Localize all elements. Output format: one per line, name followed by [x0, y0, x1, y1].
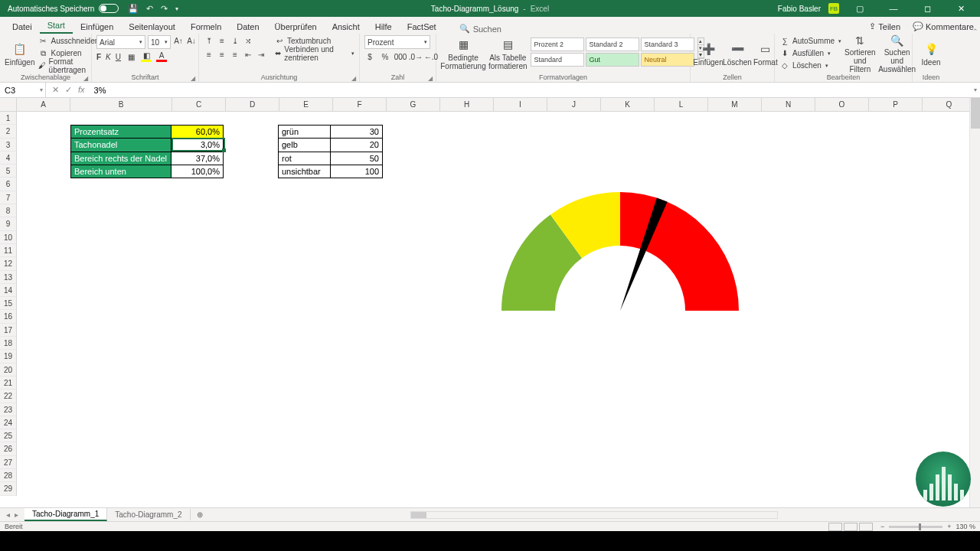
- row-head-15[interactable]: 15: [0, 297, 17, 310]
- format-as-table-button[interactable]: ▤Als Tabelle formatieren: [488, 35, 528, 72]
- cell-f3[interactable]: 20: [331, 139, 383, 152]
- delete-cells-button[interactable]: ➖Löschen: [724, 35, 750, 72]
- vertical-scrollbar[interactable]: [969, 98, 980, 507]
- maximize-icon[interactable]: ◻: [914, 4, 940, 14]
- paste-button[interactable]: 📋Einfügen: [5, 35, 34, 72]
- style-neutral[interactable]: Neutral: [641, 53, 694, 67]
- indent-left-icon[interactable]: ⇤: [243, 50, 253, 60]
- border-button[interactable]: ▦: [126, 51, 136, 62]
- zoom-level[interactable]: 130 %: [956, 523, 975, 530]
- currency-icon[interactable]: $: [364, 51, 375, 62]
- close-icon[interactable]: ✕: [948, 4, 974, 14]
- font-dialog-icon[interactable]: ◢: [191, 75, 195, 82]
- clipboard-dialog-icon[interactable]: ◢: [83, 75, 88, 82]
- cell-b2[interactable]: Prozentsatz: [71, 126, 172, 139]
- col-head-J[interactable]: J: [547, 98, 601, 111]
- save-icon[interactable]: 💾: [128, 4, 139, 14]
- font-name-select[interactable]: Arial▾: [96, 35, 145, 49]
- zoom-in-icon[interactable]: +: [947, 523, 951, 530]
- cell-b5[interactable]: Bereich unten: [71, 165, 172, 178]
- grow-font-icon[interactable]: A↑: [173, 35, 184, 46]
- style-standard[interactable]: Standard: [531, 53, 584, 67]
- horizontal-scrollbar[interactable]: [209, 511, 980, 519]
- style-gut[interactable]: Gut: [586, 53, 639, 67]
- user-name[interactable]: Fabio Basler: [778, 5, 821, 13]
- align-center-icon[interactable]: ≡: [217, 50, 227, 60]
- sheet-nav-prev-icon[interactable]: ◂: [6, 510, 10, 519]
- number-dialog-icon[interactable]: ◢: [428, 75, 433, 82]
- zoom-out-icon[interactable]: −: [880, 523, 884, 530]
- row-head-1[interactable]: 1: [0, 112, 17, 125]
- ribbon-display-icon[interactable]: ▢: [847, 4, 873, 14]
- cell-c3[interactable]: 3,0%: [172, 139, 224, 152]
- thousands-icon[interactable]: 000: [395, 51, 406, 62]
- expand-formula-icon[interactable]: ▾: [971, 86, 980, 93]
- format-cells-button[interactable]: ▭Format: [753, 35, 778, 72]
- gauge-chart[interactable]: [498, 188, 743, 326]
- user-avatar[interactable]: FB: [828, 3, 839, 14]
- style-prozent2[interactable]: Prozent 2: [531, 37, 584, 51]
- row-head-7[interactable]: 7: [0, 191, 17, 204]
- tab-daten[interactable]: Daten: [229, 19, 266, 34]
- align-left-icon[interactable]: ≡: [204, 50, 214, 60]
- row-head-25[interactable]: 25: [0, 429, 17, 442]
- minimize-icon[interactable]: —: [880, 4, 906, 13]
- conditional-formatting-button[interactable]: ▦Bedingte Formatierung: [441, 35, 485, 72]
- row-head-9[interactable]: 9: [0, 217, 17, 230]
- col-head-C[interactable]: C: [172, 98, 226, 111]
- sheet-tab-1[interactable]: Tacho-Diagramm_1: [24, 508, 107, 521]
- tab-formeln[interactable]: Formeln: [183, 19, 229, 34]
- cell-c4[interactable]: 37,0%: [172, 152, 224, 165]
- align-top-icon[interactable]: ⤒: [204, 36, 214, 47]
- ideas-button[interactable]: 💡Ideen: [917, 35, 945, 72]
- cell-e4[interactable]: rot: [279, 152, 331, 165]
- col-head-Q[interactable]: Q: [923, 98, 976, 111]
- row-head-6[interactable]: 6: [0, 178, 17, 191]
- cell-b3[interactable]: Tachonadel: [71, 139, 172, 152]
- italic-button[interactable]: K: [106, 53, 111, 61]
- row-head-13[interactable]: 13: [0, 271, 17, 284]
- underline-button[interactable]: U: [116, 53, 121, 61]
- row-head-11[interactable]: 11: [0, 244, 17, 257]
- tab-ansicht[interactable]: Ansicht: [325, 19, 368, 34]
- collapse-ribbon-icon[interactable]: ⌃: [972, 28, 978, 35]
- cell-f2[interactable]: 30: [331, 126, 383, 139]
- sort-filter-button[interactable]: ⇅Sortieren und Filtern: [844, 35, 876, 72]
- cell-e2[interactable]: grün: [279, 126, 331, 139]
- col-head-D[interactable]: D: [226, 98, 279, 111]
- row-head-8[interactable]: 8: [0, 204, 17, 217]
- tab-start[interactable]: Start: [40, 18, 73, 34]
- row-head-19[interactable]: 19: [0, 350, 17, 363]
- row-head-4[interactable]: 4: [0, 152, 17, 165]
- sheet-nav-next-icon[interactable]: ▸: [15, 510, 18, 519]
- font-size-select[interactable]: 10▾: [148, 35, 171, 49]
- col-head-K[interactable]: K: [601, 98, 655, 111]
- select-all-corner[interactable]: [0, 98, 17, 111]
- insert-cells-button[interactable]: ➕Einfügen: [695, 35, 721, 72]
- tab-einfuegen[interactable]: Einfügen: [73, 19, 121, 34]
- percent-icon[interactable]: %: [380, 51, 390, 62]
- fill-button[interactable]: ⬇Ausfüllen▾: [779, 47, 841, 59]
- col-head-I[interactable]: I: [494, 98, 547, 111]
- row-head-12[interactable]: 12: [0, 257, 17, 270]
- cell-e5[interactable]: unsichtbar: [279, 165, 331, 178]
- merge-center-button[interactable]: ⬌Verbinden und zentrieren▾: [274, 47, 354, 59]
- comments-button[interactable]: 💬Kommentare: [906, 19, 980, 34]
- tab-hilfe[interactable]: Hilfe: [368, 19, 400, 34]
- align-bottom-icon[interactable]: ⤓: [230, 36, 240, 47]
- undo-icon[interactable]: ↶: [146, 4, 153, 14]
- autosave-toggle[interactable]: Automatisches Speichern: [8, 4, 119, 13]
- sheet-tab-2[interactable]: Tacho-Diagramm_2: [107, 509, 190, 520]
- col-head-G[interactable]: G: [387, 98, 440, 111]
- worksheet[interactable]: ABCDEFGHIJKLMNOPQ 1234567891011121314151…: [0, 98, 980, 507]
- align-dialog-icon[interactable]: ◢: [351, 75, 356, 82]
- row-head-21[interactable]: 21: [0, 377, 17, 390]
- row-head-24[interactable]: 24: [0, 416, 17, 429]
- autosum-button[interactable]: ∑AutoSumme▾: [779, 35, 841, 47]
- col-head-P[interactable]: P: [869, 98, 923, 111]
- style-standard3[interactable]: Standard 3: [641, 37, 694, 51]
- view-pagelayout-icon[interactable]: [844, 523, 858, 531]
- col-head-F[interactable]: F: [333, 98, 387, 111]
- inc-decimal-icon[interactable]: .0→: [410, 51, 421, 62]
- row-head-2[interactable]: 2: [0, 125, 17, 138]
